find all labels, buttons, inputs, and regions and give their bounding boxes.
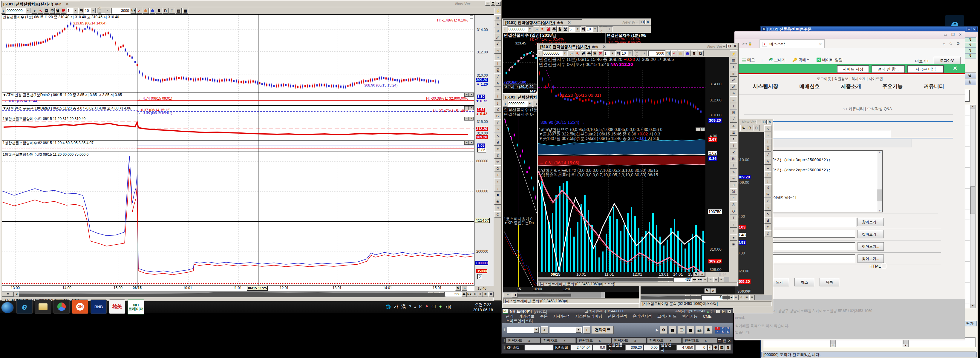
chart-plot-area[interactable]: 연결선물지수 (1분) 06/15 11:20 종 310.40 시 310.4… bbox=[2, 14, 474, 285]
swap-icon[interactable]: ⇅ bbox=[725, 345, 731, 350]
bars-input[interactable]: 3000 bbox=[648, 51, 665, 56]
tool-icon[interactable]: ℞ bbox=[764, 191, 772, 198]
close-button[interactable]: ✕ bbox=[645, 20, 650, 24]
nav-expand[interactable]: ◀▶ bbox=[692, 277, 697, 282]
tool-icon[interactable]: ☺ bbox=[494, 205, 501, 211]
sort-icon[interactable]: ⇅ bbox=[740, 125, 746, 131]
nav-grip[interactable]: ≡ bbox=[2, 292, 14, 296]
tray-icons[interactable]: 🌐가漢?▴K⚑🖵✦◁)) bbox=[385, 304, 451, 309]
tool-icon[interactable]: ◉ bbox=[730, 241, 737, 247]
tool-icon[interactable]: ℰ bbox=[730, 195, 737, 201]
nav-left[interactable]: ◀ bbox=[512, 293, 517, 298]
pick-icon[interactable]: ↖ bbox=[575, 51, 580, 56]
chart-navigator[interactable]: ≡ ◀ bbox=[503, 292, 605, 298]
tick-combo[interactable]: 10▼ bbox=[84, 8, 97, 14]
tool-icon[interactable]: ╱ bbox=[494, 73, 501, 80]
tool-icon[interactable]: ∿ bbox=[494, 126, 501, 133]
pick-icon[interactable]: ↖ bbox=[38, 8, 43, 14]
tool-icon[interactable]: ⫽ bbox=[494, 119, 501, 126]
close-button[interactable]: ✕ bbox=[959, 33, 962, 37]
panel-minimize[interactable]: ─ bbox=[464, 93, 469, 97]
grid-icon[interactable]: ▦ bbox=[182, 8, 188, 14]
tool-icon[interactable]: Ⅎ bbox=[494, 139, 501, 146]
nav-grid[interactable]: ▦ bbox=[713, 277, 719, 282]
tool-icon[interactable]: ≣ bbox=[764, 165, 772, 171]
tick-combo[interactable]: 10▼ bbox=[586, 26, 598, 32]
annotate-icon[interactable]: ✎ bbox=[455, 286, 461, 291]
tool-icon[interactable]: Ⅎ bbox=[730, 182, 737, 188]
html-checkbox[interactable] bbox=[882, 264, 886, 268]
search-icon[interactable]: ⌕ bbox=[569, 51, 574, 56]
tool-icon[interactable]: f bbox=[764, 171, 772, 178]
tool-icon[interactable]: A bbox=[764, 158, 772, 165]
minimize-button[interactable]: ─ bbox=[757, 120, 761, 124]
taskbar-ie-icon[interactable]: e bbox=[16, 299, 33, 314]
month-button[interactable]: 월 bbox=[557, 26, 562, 32]
tool-icon[interactable]: ◉ bbox=[494, 198, 501, 205]
restore-button[interactable]: ❐ bbox=[951, 33, 955, 37]
menu-product[interactable]: 제품소개 bbox=[841, 83, 861, 90]
symbol-combo[interactable]: 00000000▼ bbox=[542, 51, 568, 56]
add-button[interactable]: + bbox=[583, 326, 590, 334]
menu-item[interactable]: CME bbox=[703, 314, 712, 318]
tool-icon[interactable]: T bbox=[494, 172, 501, 178]
browser-icons[interactable]: ⌂☆⚙ bbox=[943, 41, 960, 46]
tool-icon[interactable]: ℞ bbox=[494, 113, 501, 119]
tool-icon[interactable]: 🖌 bbox=[730, 83, 737, 90]
tool-icon[interactable]: ∫ bbox=[764, 178, 772, 184]
chart-bars-icon[interactable]: ılı bbox=[143, 8, 149, 14]
search-icon[interactable]: ⌕ bbox=[32, 8, 37, 14]
account-links[interactable]: 로그아웃 | 회원정보 | 회사소개 | 사이트맵 bbox=[735, 76, 965, 81]
tool-icon[interactable]: ↓ bbox=[730, 228, 737, 234]
report-icon[interactable]: ▤ bbox=[176, 8, 182, 14]
chart-bars2-icon[interactable]: ılı bbox=[684, 51, 690, 56]
tool-icon[interactable]: Q bbox=[494, 165, 501, 172]
bar-button[interactable]: 바 bbox=[130, 8, 136, 14]
tool-icon[interactable]: ▥ bbox=[730, 57, 737, 63]
window-tab[interactable]: [6101] 전략실행차트(실시간)⊕⊕✕ bbox=[538, 44, 621, 49]
nav-zoom-in[interactable]: ⊕ bbox=[733, 295, 738, 300]
tool-icon[interactable]: Q bbox=[730, 208, 737, 214]
tool-icon[interactable]: ∿ bbox=[494, 47, 501, 54]
window-tab[interactable]: [6101] 전략실행차트(실시간)⊕⊕✕ bbox=[503, 19, 586, 25]
restore-button[interactable]: ❐ bbox=[640, 20, 645, 24]
collapse-toolbar-button[interactable]: ‹ bbox=[503, 101, 507, 107]
tool-icon[interactable]: ↔ bbox=[730, 97, 737, 103]
tool-icon[interactable]: I bbox=[764, 138, 772, 145]
nav-zoom-in[interactable]: ⊕ bbox=[702, 277, 708, 282]
tool-icon[interactable]: ℞ bbox=[730, 155, 737, 162]
tool-icon[interactable]: 🖉 bbox=[730, 77, 737, 83]
annotate-icon[interactable]: ✎ bbox=[694, 272, 699, 277]
tool-icon[interactable]: Ⅎ bbox=[764, 217, 772, 224]
panel-minimize[interactable]: ─ bbox=[464, 141, 469, 145]
list-icon[interactable]: ▤ bbox=[723, 339, 726, 343]
taskbar-bnb-icon[interactable]: BNB bbox=[91, 299, 107, 314]
tool-icon[interactable]: ➤ bbox=[730, 63, 737, 70]
notification-close-icon[interactable]: ✕ bbox=[953, 65, 957, 71]
nav-expand[interactable]: ◀▶ bbox=[461, 292, 467, 297]
nav-grid[interactable]: ▦ bbox=[744, 295, 749, 300]
not-now-button[interactable]: 지금은 아님 bbox=[907, 65, 944, 73]
tool-icon[interactable]: ▥ bbox=[494, 14, 501, 21]
tool-icon[interactable]: ℛ bbox=[494, 159, 501, 165]
close-button[interactable]: ✕ bbox=[767, 120, 772, 124]
bars-input[interactable]: 3000 bbox=[111, 8, 130, 14]
start-button[interactable] bbox=[1, 302, 14, 313]
tool-icon[interactable]: ∿ bbox=[764, 125, 772, 132]
tool-icon[interactable]: ℳ bbox=[730, 188, 737, 195]
minimize-button[interactable]: ─ bbox=[485, 2, 490, 6]
chart-bars2-icon[interactable]: ılı bbox=[150, 8, 155, 14]
nav-zoom-in[interactable]: ⊕ bbox=[472, 292, 477, 297]
screen-numpad[interactable]: 1 2 3 4 5 6 bbox=[715, 327, 730, 334]
minute-button[interactable]: 분 bbox=[61, 8, 66, 14]
pick-icon[interactable]: ↖ bbox=[540, 26, 545, 32]
list-icon[interactable]: ▤ bbox=[719, 345, 725, 350]
tool-icon[interactable]: ╱ bbox=[764, 152, 772, 158]
minimize-button[interactable]: ─ bbox=[716, 310, 720, 313]
tool-icon[interactable]: ∿ bbox=[730, 90, 737, 97]
tool-icon[interactable]: ➤ bbox=[494, 21, 501, 27]
nav-count-input[interactable]: 6 bbox=[702, 295, 722, 300]
scrollbar-vertical[interactable]: ▲ ▼ bbox=[970, 105, 975, 308]
doc2-icon[interactable]: 🗋 bbox=[169, 8, 175, 14]
tool-icon[interactable]: ⚡ bbox=[494, 8, 501, 14]
